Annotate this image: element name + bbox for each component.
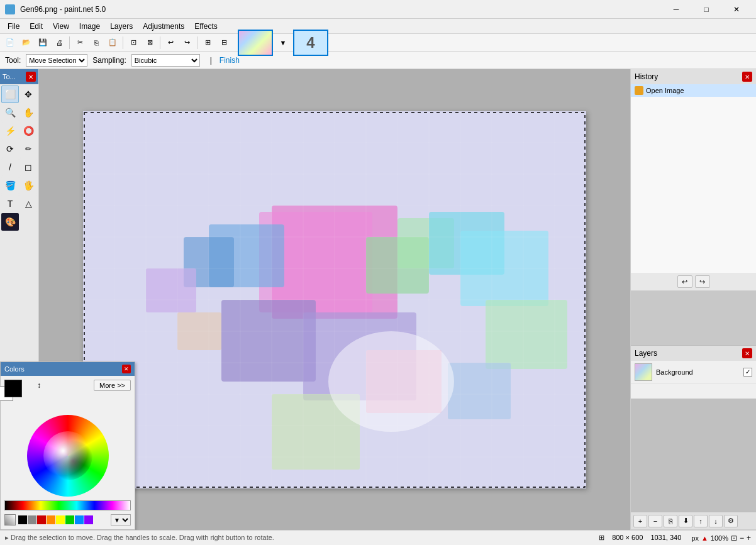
main-toolbar: 📄 📂 💾 🖨 ✂ ⎘ 📋 ⊡ ⊠ ↩ ↪ ⊞ ⊟ ▼ 4 — [0, 34, 756, 52]
status-center: ⊞ 800 × 600 1031, 340 — [599, 534, 681, 542]
layer-background[interactable]: Background ✓ — [631, 361, 756, 383]
open-button[interactable]: 📂 — [19, 35, 34, 50]
close-button[interactable]: ✕ — [722, 0, 751, 19]
zoom-minus-button[interactable]: − — [740, 534, 744, 542]
layer-down-button[interactable]: ↓ — [709, 515, 723, 527]
clone-stamp-tool[interactable]: 🖐 — [19, 177, 37, 194]
layer-name: Background — [656, 368, 740, 376]
menu-bar: File Edit View Image Layers Adjustments … — [0, 19, 756, 34]
layers-empty-area — [631, 399, 756, 512]
layers-content: Background ✓ — [631, 361, 756, 399]
save-button[interactable]: 💾 — [35, 35, 50, 50]
svg-rect-15 — [486, 300, 567, 369]
window-title: Gen96.png - paint.net 5.0 — [20, 5, 106, 14]
document-thumbnail[interactable] — [238, 30, 273, 56]
layers-panel-header: Layers ✕ — [631, 346, 756, 361]
colors-bottom-row: ▼ — [4, 514, 131, 526]
palette-icon[interactable] — [4, 514, 16, 526]
select-ellipse-tool[interactable]: ⭕ — [19, 122, 37, 140]
swatch-orange[interactable] — [47, 515, 55, 524]
color-wheel[interactable] — [27, 415, 109, 497]
pencil-tool[interactable]: / — [1, 158, 19, 176]
copy-button[interactable]: ⎘ — [89, 35, 104, 50]
layer-visibility-check[interactable]: ✓ — [743, 368, 752, 377]
zoom-tool[interactable]: 🔍 — [1, 104, 19, 121]
layers-toolbar: + − ⎘ ⬇ ↑ ↓ ⚙ — [631, 512, 756, 529]
swatch-red[interactable] — [37, 515, 46, 524]
menu-effects[interactable]: Effects — [189, 21, 222, 32]
cut-button[interactable]: ✂ — [72, 35, 87, 50]
swatch-yellow[interactable] — [56, 515, 65, 524]
color-spectrum-bar[interactable] — [4, 500, 131, 510]
thumbnail-dropdown[interactable]: ▼ — [275, 35, 291, 50]
history-empty-area — [631, 291, 756, 345]
right-panels: History ✕ Open Image ↩ ↪ Layers ✕ — [630, 69, 756, 530]
sampling-selector[interactable]: Bicubic Bilinear Nearest Neighbor — [131, 54, 200, 67]
menu-view[interactable]: View — [48, 21, 74, 32]
menu-layers[interactable]: Layers — [105, 21, 138, 32]
menu-edit[interactable]: Edit — [25, 21, 48, 32]
history-item-open-image[interactable]: Open Image — [631, 84, 756, 97]
undo-history-button[interactable]: ↩ — [677, 275, 692, 288]
colors-panel-close[interactable]: ✕ — [122, 365, 131, 373]
canvas-image[interactable] — [83, 111, 586, 488]
finish-button[interactable]: Finish — [220, 56, 240, 65]
zoom-level: 100% — [711, 534, 728, 542]
maximize-button[interactable]: □ — [692, 0, 721, 19]
swatch-blue[interactable] — [75, 515, 84, 524]
more-colors-button[interactable]: More >> — [94, 380, 131, 391]
shapes-tool[interactable]: △ — [19, 195, 37, 212]
select-rectangle-tool[interactable]: ⬜ — [1, 85, 19, 103]
swatch-green[interactable] — [65, 515, 74, 524]
duplicate-layer-button[interactable]: ⎘ — [664, 515, 677, 527]
new-button[interactable]: 📄 — [3, 35, 18, 50]
menu-file[interactable]: File — [3, 21, 25, 32]
history-panel-close[interactable]: ✕ — [742, 72, 752, 82]
layer-properties-button[interactable]: ⚙ — [724, 515, 738, 527]
swatch-black[interactable] — [18, 515, 27, 524]
app-icon — [5, 4, 15, 14]
add-layer-button[interactable]: + — [633, 515, 647, 527]
redo-history-button[interactable]: ↪ — [695, 275, 710, 288]
crop-button[interactable]: ⊡ — [126, 35, 141, 50]
zoom-fit-button[interactable]: ⊡ — [731, 534, 737, 542]
undo-button[interactable]: ↩ — [163, 35, 178, 50]
pan-tool[interactable]: ✋ — [19, 104, 37, 121]
menu-image[interactable]: Image — [74, 21, 105, 32]
paint-bucket-tool[interactable]: 🪣 — [1, 177, 19, 194]
paintbrush-tool[interactable]: ✏ — [19, 140, 37, 158]
move-tool[interactable]: ✥ — [19, 85, 37, 103]
swatch-purple[interactable] — [84, 515, 93, 524]
deselect-button[interactable]: ⊠ — [142, 35, 157, 50]
swap-colors-button[interactable]: ↕ — [37, 381, 41, 390]
eraser-tool[interactable]: ◻ — [19, 158, 37, 176]
recolor-tool[interactable]: ⟳ — [1, 140, 19, 158]
magic-wand-tool[interactable]: ⚡ — [1, 122, 19, 140]
tool-label: Tool: — [5, 56, 21, 65]
colors-body: ↕ More >> ▼ — [1, 376, 135, 529]
paste-button[interactable]: 📋 — [105, 35, 120, 50]
primary-color-swatch[interactable] — [4, 380, 22, 397]
palette-dropdown[interactable]: ▼ — [111, 514, 131, 526]
zoom-plus-button[interactable]: + — [747, 534, 751, 542]
print-button[interactable]: 🖨 — [52, 35, 67, 50]
delete-layer-button[interactable]: − — [648, 515, 662, 527]
unit-up-arrow[interactable]: ▲ — [701, 534, 708, 542]
minimize-button[interactable]: ─ — [662, 0, 691, 19]
toolbar-sep-1 — [69, 36, 70, 49]
text-tool[interactable]: T — [1, 195, 19, 212]
layer-up-button[interactable]: ↑ — [694, 515, 708, 527]
tools-panel-title: To... — [3, 73, 16, 80]
color-picker-tool[interactable]: 🎨 — [1, 213, 19, 231]
toolbar-sep-4 — [197, 36, 197, 49]
layers-panel-close[interactable]: ✕ — [742, 348, 752, 358]
swatch-gray[interactable] — [28, 515, 36, 524]
pixel-unit: px — [691, 534, 699, 542]
menu-adjustments[interactable]: Adjustments — [138, 21, 189, 32]
canvas-size-button[interactable]: ⊟ — [216, 35, 231, 50]
redo-button[interactable]: ↪ — [179, 35, 194, 50]
tool-selector[interactable]: Move Selection — [26, 54, 87, 67]
tools-panel-close[interactable]: ✕ — [26, 72, 36, 82]
resize-button[interactable]: ⊞ — [200, 35, 215, 50]
merge-layer-button[interactable]: ⬇ — [679, 515, 692, 527]
